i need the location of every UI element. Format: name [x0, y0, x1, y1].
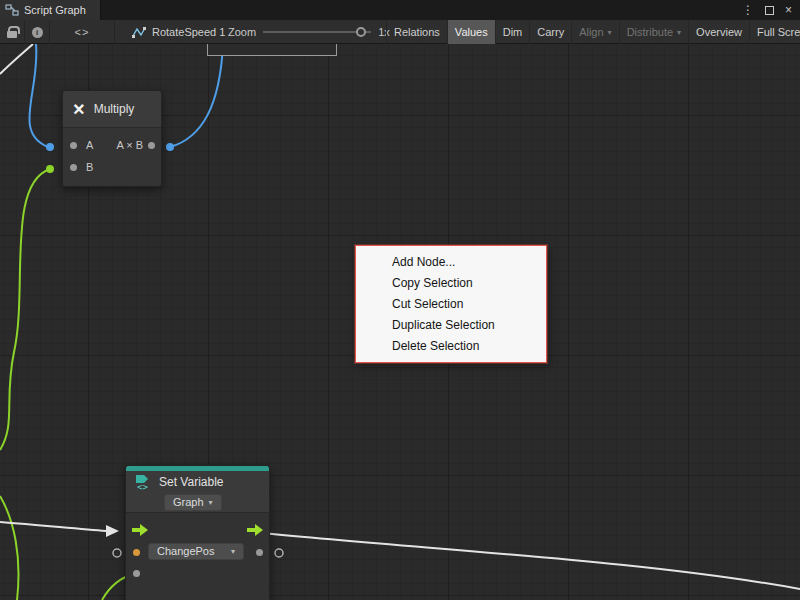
- output-port-axb[interactable]: [148, 142, 155, 149]
- wire-end-dot-green[interactable]: [46, 165, 54, 173]
- caret-down-icon: ▾: [608, 28, 612, 37]
- script-graph-icon: [5, 3, 19, 17]
- zoom-control: Zoom 1x: [228, 20, 390, 44]
- value-input-port[interactable]: [133, 570, 140, 577]
- set-variable-body: ChangePos ▾: [126, 513, 269, 600]
- scope-dropdown[interactable]: Graph ▾: [164, 494, 222, 511]
- input-port-a[interactable]: [70, 142, 77, 149]
- window-menu-button[interactable]: ⋮: [742, 4, 754, 16]
- graph-breadcrumb-icon: [132, 26, 146, 39]
- multiply-icon: ×: [73, 99, 85, 119]
- svg-text:<>: <>: [137, 482, 148, 491]
- values-button[interactable]: Values: [447, 20, 495, 44]
- maximize-button[interactable]: [765, 6, 774, 15]
- graph-toolbar: i <> RotateSpeed 1 Zoom 1x Relations Val…: [0, 20, 800, 44]
- variable-input-port[interactable]: [133, 549, 140, 556]
- wire-blue-input: [29, 44, 48, 147]
- toolbar-buttons: Relations Values Dim Carry Align ▾ Distr…: [386, 20, 800, 44]
- zoom-slider[interactable]: [263, 31, 371, 33]
- caret-down-icon: ▾: [677, 28, 681, 37]
- multiply-node-body: A A × B B: [63, 128, 161, 186]
- title-bar: Script Graph ⋮ ×: [0, 0, 800, 20]
- tab-label: Script Graph: [24, 4, 86, 16]
- code-icon: <>: [75, 26, 90, 38]
- port-circle-right[interactable]: [275, 549, 283, 557]
- breadcrumb-label: RotateSpeed 1: [152, 26, 225, 38]
- dim-button[interactable]: Dim: [495, 20, 530, 44]
- close-button[interactable]: ×: [785, 3, 792, 17]
- value-row: [126, 563, 269, 583]
- lock-button[interactable]: [0, 20, 25, 44]
- port-label: B: [86, 161, 93, 173]
- wire-green-left: [0, 169, 50, 450]
- port-row-b: B: [63, 156, 161, 178]
- relations-button[interactable]: Relations: [386, 20, 447, 44]
- flow-output-port[interactable]: [247, 524, 263, 536]
- wire-white-left: [0, 522, 106, 531]
- align-button[interactable]: Align ▾: [571, 20, 618, 44]
- tab-script-graph[interactable]: Script Graph: [0, 0, 101, 20]
- script-graph-window: Script Graph ⋮ × i <> RotateSpeed 1 Z: [0, 0, 800, 600]
- graph-breadcrumb[interactable]: RotateSpeed 1: [132, 20, 225, 44]
- variable-row: ChangePos ▾: [126, 541, 269, 563]
- code-view-button[interactable]: <>: [50, 20, 115, 44]
- node-set-variable[interactable]: <> Set Variable Graph ▾: [125, 465, 270, 600]
- zoom-slider-knob[interactable]: [356, 27, 366, 37]
- variable-scope-row: Graph ▾: [126, 493, 269, 513]
- full-screen-button[interactable]: Full Screen: [749, 20, 800, 44]
- menu-item-copy-selection[interactable]: Copy Selection: [356, 273, 546, 294]
- multiply-node-header[interactable]: × Multiply: [63, 91, 161, 128]
- lock-icon: [7, 31, 17, 38]
- wire-green-bottom-corner: [0, 496, 18, 600]
- menu-item-cut-selection[interactable]: Cut Selection: [356, 294, 546, 315]
- menu-item-add-node[interactable]: Add Node...: [356, 252, 546, 273]
- node-title: Set Variable: [159, 475, 223, 489]
- variable-dropdown[interactable]: ChangePos ▾: [148, 543, 244, 560]
- wire-white-top-left: [0, 44, 33, 74]
- zoom-label: Zoom: [228, 26, 256, 38]
- set-variable-header[interactable]: <> Set Variable: [126, 471, 269, 493]
- input-port-b[interactable]: [70, 164, 77, 171]
- wire-end-dot-blue[interactable]: [166, 143, 174, 151]
- context-menu: Add Node... Copy Selection Cut Selection…: [355, 245, 547, 363]
- window-controls: ⋮ ×: [742, 3, 800, 17]
- caret-down-icon: ▾: [209, 496, 213, 509]
- wire-end-dot-blue[interactable]: [46, 143, 54, 151]
- variable-output-port[interactable]: [256, 549, 263, 556]
- flow-input-port[interactable]: [132, 524, 148, 536]
- node-multiply[interactable]: × Multiply A A × B B: [62, 90, 162, 187]
- port-row-a: A A × B: [63, 134, 161, 156]
- flow-row: [126, 519, 269, 541]
- node-title: Multiply: [94, 102, 135, 116]
- info-button[interactable]: i: [25, 20, 50, 44]
- port-circle-left[interactable]: [113, 549, 121, 557]
- set-variable-icon: <>: [134, 474, 152, 491]
- caret-down-icon: ▾: [231, 545, 235, 558]
- info-icon: i: [32, 27, 43, 38]
- menu-item-delete-selection[interactable]: Delete Selection: [356, 336, 546, 357]
- distribute-button[interactable]: Distribute ▾: [619, 20, 688, 44]
- clipped-node-box: [207, 44, 337, 56]
- carry-button[interactable]: Carry: [529, 20, 571, 44]
- wire-white-right: [263, 533, 800, 589]
- port-label: A × B: [116, 139, 143, 151]
- menu-item-duplicate-selection[interactable]: Duplicate Selection: [356, 315, 546, 336]
- wire-arrow-head[interactable]: [106, 525, 119, 537]
- wire-blue-output: [170, 44, 223, 147]
- port-label: A: [86, 139, 93, 151]
- overview-button[interactable]: Overview: [688, 20, 749, 44]
